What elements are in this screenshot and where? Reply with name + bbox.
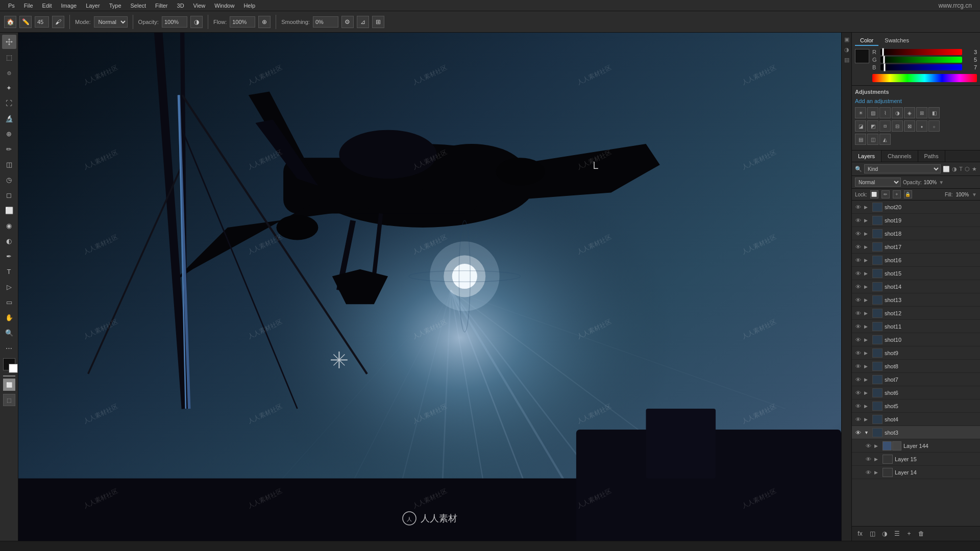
levels-adj[interactable]: ▨ bbox=[867, 107, 878, 118]
color-spectrum[interactable] bbox=[872, 74, 977, 82]
fill-chevron[interactable]: ▼ bbox=[972, 192, 977, 197]
filter-icon-smart[interactable]: ★ bbox=[972, 166, 977, 172]
layer-item-shot19[interactable]: 👁 ▶ shot19 bbox=[852, 214, 980, 227]
kind-select[interactable]: Kind bbox=[864, 164, 941, 173]
tab-paths[interactable]: Paths bbox=[918, 151, 945, 162]
menu-3d[interactable]: 3D bbox=[173, 2, 188, 10]
layer-delete-icon[interactable]: 🗑 bbox=[916, 529, 926, 539]
exposure-adj[interactable]: ◑ bbox=[892, 107, 903, 118]
eye-layer144[interactable]: 👁 bbox=[864, 442, 872, 450]
path-tool[interactable]: ▷ bbox=[2, 280, 16, 294]
eye-shot4[interactable]: 👁 bbox=[854, 415, 862, 423]
filter-icon-adj[interactable]: ◑ bbox=[952, 166, 957, 172]
flow-input[interactable] bbox=[230, 16, 255, 28]
filter-icon-type[interactable]: T bbox=[959, 166, 963, 172]
mode-select[interactable]: Normal bbox=[94, 16, 128, 28]
swap-colors[interactable] bbox=[3, 375, 15, 377]
layer-group-icon[interactable]: ☰ bbox=[892, 529, 902, 539]
layer-fx-icon[interactable]: fx bbox=[855, 529, 865, 539]
menu-image[interactable]: Image bbox=[57, 2, 81, 10]
strip-adjust-icon[interactable]: ◑ bbox=[842, 45, 851, 54]
expand-shot3[interactable]: ▼ bbox=[864, 430, 870, 435]
layer-item-shot5[interactable]: 👁 ▶ shot5 bbox=[852, 399, 980, 413]
opacity-chevron[interactable]: ▼ bbox=[939, 180, 944, 185]
expand-shot15[interactable]: ▶ bbox=[864, 271, 870, 276]
flow-icon[interactable]: ⊕ bbox=[258, 16, 271, 28]
layer-item-shot13[interactable]: 👁 ▶ shot13 bbox=[852, 293, 980, 307]
layer-item-shot10[interactable]: 👁 ▶ shot10 bbox=[852, 333, 980, 346]
layer-mode-select[interactable]: Normal bbox=[855, 178, 901, 187]
eyedropper-tool[interactable]: 🔬 bbox=[2, 111, 16, 126]
invert-adj[interactable]: ⊠ bbox=[904, 120, 915, 132]
tab-layers[interactable]: Layers bbox=[852, 151, 881, 162]
layer-item-shot3[interactable]: 👁 ▼ shot3 bbox=[852, 426, 980, 439]
menu-view[interactable]: View bbox=[189, 2, 210, 10]
curves-adj[interactable]: ⌇ bbox=[879, 107, 891, 118]
expand-shot19[interactable]: ▶ bbox=[864, 218, 870, 223]
extra-tool[interactable]: ⋯ bbox=[2, 341, 16, 355]
expand-shot7[interactable]: ▶ bbox=[864, 377, 870, 382]
menu-type[interactable]: Type bbox=[105, 2, 126, 10]
brush-tool[interactable]: ✏ bbox=[2, 142, 16, 156]
home-button[interactable]: 🏠 bbox=[4, 16, 16, 28]
filter-icon-pixel[interactable]: ⬜ bbox=[943, 166, 950, 172]
text-tool[interactable]: T bbox=[2, 264, 16, 279]
lock-pixels-icon[interactable]: ⬜ bbox=[870, 190, 878, 198]
menu-filter[interactable]: Filter bbox=[151, 2, 172, 10]
shadows-adj[interactable]: ◭ bbox=[879, 134, 891, 145]
eye-shot19[interactable]: 👁 bbox=[854, 216, 862, 224]
layer-adjustment-icon[interactable]: ◑ bbox=[879, 529, 890, 539]
posterize-adj[interactable]: ⬧ bbox=[916, 120, 927, 132]
threshold-adj[interactable]: ⬦ bbox=[928, 120, 940, 132]
brush-preset-btn[interactable]: 🖌 bbox=[52, 16, 64, 28]
lasso-tool[interactable]: ⌾ bbox=[2, 65, 16, 80]
expand-shot18[interactable]: ▶ bbox=[864, 231, 870, 236]
opacity-icon[interactable]: ◑ bbox=[190, 16, 203, 28]
expand-shot14[interactable]: ▶ bbox=[864, 284, 870, 289]
eye-layer15[interactable]: 👁 bbox=[864, 455, 872, 463]
layer-item-shot18[interactable]: 👁 ▶ shot18 bbox=[852, 227, 980, 240]
crop-tool[interactable]: ⛶ bbox=[2, 96, 16, 110]
expand-shot5[interactable]: ▶ bbox=[864, 404, 870, 409]
blur-tool[interactable]: ◉ bbox=[2, 218, 16, 233]
eraser-tool[interactable]: ◻ bbox=[2, 188, 16, 202]
eye-shot5[interactable]: 👁 bbox=[854, 402, 862, 410]
layer-item-shot11[interactable]: 👁 ▶ shot11 bbox=[852, 320, 980, 333]
layer-item-shot16[interactable]: 👁 ▶ shot16 bbox=[852, 254, 980, 267]
layers-list[interactable]: 👁 ▶ shot20 👁 ▶ shot19 👁 bbox=[852, 201, 980, 526]
expand-layer144[interactable]: ▶ bbox=[874, 443, 880, 448]
shape-tool[interactable]: ▭ bbox=[2, 295, 16, 309]
layer-new-icon[interactable]: + bbox=[904, 529, 914, 539]
color-balance-adj[interactable]: ◧ bbox=[928, 107, 940, 118]
brightness-adj[interactable]: ☀ bbox=[855, 107, 866, 118]
menu-help[interactable]: Help bbox=[239, 2, 259, 10]
layer-item-shot9[interactable]: 👁 ▶ shot9 bbox=[852, 346, 980, 360]
gradient-tool[interactable]: ⬜ bbox=[2, 203, 16, 217]
dodge-tool[interactable]: ◐ bbox=[2, 234, 16, 248]
settings-icon[interactable]: ⚙ bbox=[341, 16, 354, 28]
add-adjustment-link[interactable]: Add an adjustment bbox=[855, 98, 977, 104]
layer-item-shot14[interactable]: 👁 ▶ shot14 bbox=[852, 280, 980, 293]
eye-shot16[interactable]: 👁 bbox=[854, 256, 862, 264]
layer-item-shot8[interactable]: 👁 ▶ shot8 bbox=[852, 360, 980, 373]
menu-layer[interactable]: Layer bbox=[82, 2, 104, 10]
tab-channels[interactable]: Channels bbox=[881, 151, 918, 162]
eye-shot14[interactable]: 👁 bbox=[854, 283, 862, 291]
eye-shot11[interactable]: 👁 bbox=[854, 322, 862, 331]
lock-artboard-icon[interactable]: + bbox=[893, 190, 901, 198]
eye-shot13[interactable]: 👁 bbox=[854, 296, 862, 304]
eye-shot18[interactable]: 👁 bbox=[854, 230, 862, 238]
layer-item-shot4[interactable]: 👁 ▶ shot4 bbox=[852, 413, 980, 426]
eye-shot7[interactable]: 👁 bbox=[854, 375, 862, 384]
clone-tool[interactable]: ◫ bbox=[2, 157, 16, 171]
color-swatch-fg[interactable] bbox=[855, 49, 869, 63]
move-tool[interactable] bbox=[2, 35, 16, 49]
layer-item-shot12[interactable]: 👁 ▶ shot12 bbox=[852, 307, 980, 320]
pressure-icon[interactable]: ⊿ bbox=[357, 16, 369, 28]
expand-layer14[interactable]: ▶ bbox=[874, 470, 880, 475]
lock-all-icon[interactable]: 🔒 bbox=[904, 190, 912, 198]
canvas-area[interactable]: └ 人人素材社区人人素材社区人人素材社区人人素材社区人人素材社区 人人素材社区人… bbox=[18, 33, 841, 541]
menu-edit[interactable]: Edit bbox=[38, 2, 56, 10]
foreground-color[interactable] bbox=[3, 358, 15, 370]
heal-tool[interactable]: ⊕ bbox=[2, 127, 16, 141]
